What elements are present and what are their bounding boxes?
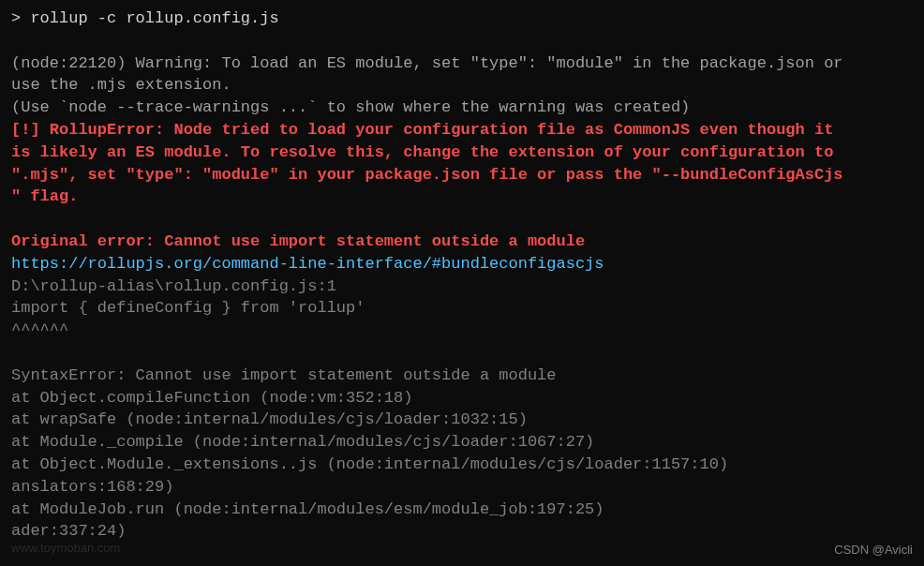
- faint-background-text: www.toymoban.com: [11, 540, 120, 557]
- watermark-text: CSDN @Avicli: [834, 542, 913, 559]
- prompt-symbol: >: [11, 9, 21, 27]
- error-line-3: ".mjs", set "type": "module" in your pac…: [11, 164, 913, 186]
- stack-line-2: at Object.compileFunction (node:vm:352:1…: [11, 387, 913, 410]
- blank-line: [11, 342, 913, 365]
- file-reference: D:\rollup-alias\rollup.config.js:1: [11, 276, 913, 298]
- stack-line-3: at wrapSafe (node:internal/modules/cjs/l…: [11, 409, 913, 431]
- blank-line: [11, 30, 913, 52]
- command-prompt-line: > rollup -c rollup.config.js: [11, 7, 913, 30]
- stack-line-1: SyntaxError: Cannot use import statement…: [11, 365, 913, 387]
- warning-line-3: (Use `node --trace-warnings ...` to show…: [11, 97, 913, 119]
- stack-line-5: at Object.Module._extensions..js (node:i…: [11, 454, 913, 476]
- stack-line-4: at Module._compile (node:internal/module…: [11, 431, 913, 454]
- error-line-2: is likely an ES module. To resolve this,…: [11, 142, 913, 164]
- doc-link[interactable]: https://rollupjs.org/command-line-interf…: [11, 253, 913, 276]
- caret-markers: ^^^^^^: [11, 320, 913, 342]
- warning-line-2: use the .mjs extension.: [11, 74, 913, 97]
- stack-line-7: at ModuleJob.run (node:internal/modules/…: [11, 499, 913, 521]
- blank-line: [11, 208, 913, 231]
- warning-line-1: (node:22120) Warning: To load an ES modu…: [11, 52, 913, 75]
- command-text: rollup -c rollup.config.js: [30, 9, 278, 27]
- stack-line-8: ader:337:24): [11, 520, 913, 543]
- original-error-line: Original error: Cannot use import statem…: [11, 231, 913, 253]
- stack-line-6: anslators:168:29): [11, 476, 913, 499]
- source-code-line: import { defineConfig } from 'rollup': [11, 297, 913, 320]
- error-line-1: [!] RollupError: Node tried to load your…: [11, 119, 913, 142]
- error-line-4: " flag.: [11, 186, 913, 208]
